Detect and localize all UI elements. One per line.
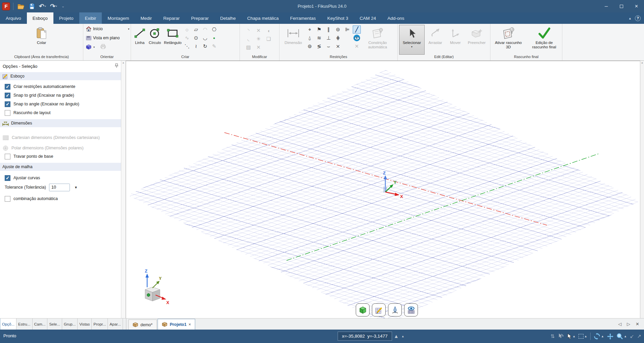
minimize-button[interactable]: ─ xyxy=(599,0,614,12)
coordinate-mode-icon[interactable]: ▲ xyxy=(394,333,399,339)
plan-view-button[interactable]: Vista em plano xyxy=(86,34,129,42)
panel-tab-estru[interactable]: Estru... xyxy=(16,318,32,330)
sketch-canvas[interactable]: Z Y X Z Y X xyxy=(126,61,640,318)
fit-curves-checkbox-row[interactable]: Ajustar curvas xyxy=(5,174,40,182)
sketch-mode-button[interactable] xyxy=(372,303,386,316)
arc-center-icon[interactable]: ↻ xyxy=(201,42,209,50)
tab-scroll-left-icon[interactable]: ◁ xyxy=(618,322,621,327)
window-select-button[interactable]: ▲ xyxy=(578,334,587,339)
arc-tangent-icon[interactable]: ◠ xyxy=(201,26,209,34)
delete-entity-icon[interactable]: ✕ xyxy=(255,43,263,51)
close-button[interactable]: ✕ xyxy=(629,0,644,12)
tab-keyshot-3[interactable]: KeyShot 3 xyxy=(321,12,354,24)
smooth-constraint-icon[interactable]: ⌣ xyxy=(325,42,333,50)
trim-icon[interactable]: ✕ xyxy=(255,27,263,35)
polygon-icon[interactable]: ⎔ xyxy=(210,26,218,34)
lock-base-point-checkbox[interactable] xyxy=(5,154,10,159)
undo-dropdown-icon[interactable]: ▾ xyxy=(45,5,46,8)
tab-detalhe[interactable]: Detalhe xyxy=(214,12,242,24)
polar-dimensions-option[interactable]: Polar dimensions (Dimensões polares) xyxy=(3,144,84,152)
select-tool-button[interactable]: Selecionar ▾ xyxy=(399,25,425,55)
redo-dropdown-icon[interactable]: ▾ xyxy=(56,5,57,8)
step-updown-icon[interactable]: ⇅ xyxy=(551,333,555,339)
select-mode-dropdown-icon[interactable]: ▲ xyxy=(572,335,575,338)
tab-arquivo[interactable]: Arquivo xyxy=(0,12,27,24)
zoom-dropdown-icon[interactable]: ▲ xyxy=(624,335,627,338)
ground-constraint-icon[interactable]: ≋ xyxy=(315,34,323,42)
equal-constraint-icon[interactable]: ⊫ xyxy=(343,26,351,34)
snap-grid-checkbox[interactable] xyxy=(5,93,10,98)
point-icon[interactable]: ● xyxy=(210,34,218,42)
tab-chapa-met-lica[interactable]: Chapa metálica xyxy=(242,12,285,24)
tab-scroll-right-icon[interactable]: ▷ xyxy=(627,322,630,327)
dimension-button[interactable]: Dimensão xyxy=(281,25,306,55)
panel-tab-op[interactable]: Opçõ... xyxy=(0,318,16,330)
auto-constraints-checkbox-row[interactable]: Criar restrições automaticamente xyxy=(5,82,75,91)
activate-3d-sketch-button[interactable]: Ativar rascunho 3D xyxy=(492,25,525,55)
arc-3points-icon[interactable]: ◡ xyxy=(201,34,209,42)
tab-montagem[interactable]: Montagem xyxy=(102,12,135,24)
point-series-icon[interactable]: ⋱ xyxy=(183,42,191,50)
tolerance-input[interactable]: 10 xyxy=(49,184,70,191)
select-mode-button[interactable]: ▲ xyxy=(567,333,575,339)
orbit-button[interactable]: ▲ xyxy=(594,333,604,340)
snap-angle-checkbox-row[interactable]: Snap to angle (Encaixar no ângulo) xyxy=(5,100,79,108)
spline-icon[interactable]: ∿ xyxy=(183,34,191,42)
panel-tab-sele[interactable]: Sele... xyxy=(47,318,62,330)
cartesian-dimensions-option[interactable]: Cartesian dimensions (Dimensões cartesia… xyxy=(3,133,100,142)
plot-view-button[interactable] xyxy=(100,44,106,50)
parallel-constraint-icon[interactable]: ∥ xyxy=(325,26,333,34)
perpendicular-constraint-icon[interactable]: ⊥ xyxy=(325,34,333,42)
layout-sketch-checkbox-row[interactable]: Rascunho de layout xyxy=(5,108,51,117)
fix-constraint-icon[interactable]: ⌖ xyxy=(306,26,314,34)
tab-preparar[interactable]: Preparar xyxy=(185,12,215,24)
app-logo-icon[interactable]: F xyxy=(2,2,10,10)
fit-curves-checkbox[interactable] xyxy=(5,175,10,181)
panel-tab-grup[interactable]: Grup... xyxy=(62,318,78,330)
finish-sketch-button[interactable]: Edição de rascunho final xyxy=(528,25,561,55)
line-constraint-icon[interactable]: ╱ xyxy=(353,26,361,34)
panel-tab-cam[interactable]: Cam... xyxy=(33,318,48,330)
paste-button[interactable]: Colar xyxy=(35,25,48,55)
tab-add-ons[interactable]: Add-ons xyxy=(382,12,410,24)
doc-tab-close-icon[interactable]: × xyxy=(188,322,191,327)
open-file-button[interactable] xyxy=(16,2,26,11)
panel-scrollbar[interactable]: ▲ xyxy=(121,61,125,318)
isometric-view-button[interactable] xyxy=(86,44,91,50)
isometric-view-dropdown-icon[interactable]: ▾ xyxy=(93,46,95,49)
symmetric-constraint-icon[interactable]: ⋕ xyxy=(334,34,342,42)
customize-quick-access-button[interactable]: ⌄ xyxy=(60,2,66,11)
next-view-icon[interactable]: ↗ xyxy=(637,333,641,339)
window-select-dropdown-icon[interactable]: ▲ xyxy=(584,335,587,338)
draft-mode-button[interactable] xyxy=(388,303,402,316)
concentric-constraint-icon[interactable]: ⊜ xyxy=(334,26,342,34)
pin-constraint-icon[interactable]: ⚑ xyxy=(315,26,323,34)
tangent-constraint-icon[interactable]: ⊚ xyxy=(306,42,314,50)
doc-tab-projeto1[interactable]: Projeto1 × xyxy=(158,319,195,330)
mirror-icon[interactable]: ❏ xyxy=(265,35,273,43)
convert-entity-icon[interactable]: ✎ xyxy=(210,42,218,50)
auto-combine-checkbox-row[interactable]: combinação automática xyxy=(5,194,58,203)
visibility-toggle[interactable] xyxy=(353,35,360,41)
help-icon[interactable]: ? xyxy=(635,15,641,21)
save-button[interactable] xyxy=(28,2,36,11)
tab-exibir[interactable]: Exibir xyxy=(79,12,102,24)
extend-icon[interactable]: ✳ xyxy=(255,35,263,43)
tab-esbo-o[interactable]: Esboço xyxy=(27,12,53,24)
cross-constraint-icon[interactable]: ⨯ xyxy=(334,42,342,50)
doc-tab-demo[interactable]: demo* xyxy=(128,320,157,330)
freehand-curve-icon[interactable]: ≀ xyxy=(192,42,200,50)
panel-tab-vistas[interactable]: Vistas xyxy=(78,318,92,330)
line-tool-button[interactable]: Linha xyxy=(132,25,147,55)
tab-projeto[interactable]: Projeto xyxy=(53,12,79,24)
fill-tool-button[interactable]: Preencher xyxy=(465,25,489,55)
tolerance-dropdown-icon[interactable]: ▼ xyxy=(73,186,79,189)
pan-button[interactable] xyxy=(607,333,613,340)
collinear-constraint-icon[interactable]: ≶ xyxy=(315,42,323,50)
circle-tool-button[interactable]: Círculo xyxy=(147,25,163,55)
panel-tab-apar[interactable]: Apar... xyxy=(108,318,123,330)
auto-combine-checkbox[interactable] xyxy=(5,196,10,202)
panel-tab-propr[interactable]: Propr... xyxy=(92,318,108,330)
collapse-ribbon-icon[interactable]: ▴ xyxy=(629,16,631,20)
fillet-icon[interactable]: ◝ xyxy=(245,27,253,35)
